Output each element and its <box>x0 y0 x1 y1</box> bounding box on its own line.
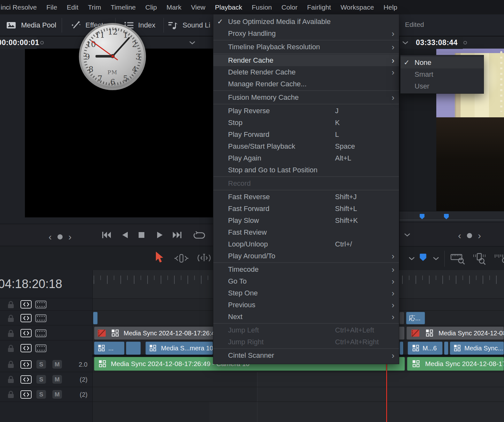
menubar-item-davinci-resolve[interactable]: inci Resolve <box>0 4 42 11</box>
menu-item-use-optimized-media[interactable]: ✓ Use Optimized Media if Available <box>213 16 399 27</box>
stop-button[interactable] <box>138 231 145 239</box>
viewer-scrub-bar[interactable] <box>399 211 504 222</box>
menubar-item-timeline[interactable]: Timeline <box>106 4 141 11</box>
auto-select-icon[interactable] <box>20 390 32 399</box>
menu-item-play-again[interactable]: Play Again Alt+L <box>213 152 399 164</box>
left-viewer-timecode[interactable]: 00:00:00:01 <box>0 36 37 49</box>
menu-item-proxy-handling[interactable]: Proxy Handling › <box>213 27 399 39</box>
menu-item-previous[interactable]: Previous › <box>213 299 399 311</box>
menubar-item-color[interactable]: Color <box>277 4 302 11</box>
selection-cursor-icon[interactable] <box>155 251 165 264</box>
menu-item-fast-forward[interactable]: Fast Forward Shift+L <box>213 203 399 215</box>
play-reverse-button[interactable] <box>121 231 128 239</box>
timeline-clip[interactable]: ... <box>94 341 125 355</box>
submenu-item-none[interactable]: ✓ None <box>401 57 484 68</box>
dynamic-trim-mode-icon[interactable] <box>196 252 212 264</box>
auto-select-icon[interactable] <box>20 314 32 322</box>
go-to-start-button[interactable] <box>102 231 111 239</box>
clip-fragment[interactable] <box>444 341 448 355</box>
submenu-item-smart[interactable]: Smart <box>401 68 484 80</box>
step-forward-icon[interactable]: › <box>478 231 481 240</box>
menu-item-go-to[interactable]: Go To › <box>213 275 399 287</box>
chevron-down-icon[interactable] <box>409 257 415 261</box>
mute-button[interactable]: M <box>52 360 62 369</box>
step-forward-icon[interactable]: › <box>68 232 72 242</box>
clip-fragment[interactable] <box>93 312 98 324</box>
sound-library-button[interactable]: Sound Li <box>164 14 214 36</box>
lock-icon[interactable] <box>7 344 15 353</box>
chevron-down-icon[interactable] <box>402 41 409 45</box>
menubar-item-fusion[interactable]: Fusion <box>247 4 277 11</box>
timeline-clip[interactable]: Media S...mera 10 <box>145 341 213 355</box>
timeline-clip[interactable]: Media Sync... C <box>450 341 504 355</box>
menubar-item-playback[interactable]: Playback <box>210 4 247 11</box>
submenu-item-user[interactable]: User <box>401 80 484 92</box>
chevron-down-icon[interactable] <box>433 257 439 261</box>
menubar-item-fairlight[interactable]: Fairlight <box>302 4 336 11</box>
menu-item-stop-and-go-to-last-position[interactable]: Stop and Go to Last Position <box>213 164 399 176</box>
menubar-item-mark[interactable]: Mark <box>162 4 186 11</box>
zoom-detail-icon[interactable] <box>472 252 488 265</box>
film-track-icon[interactable] <box>35 329 47 337</box>
zoom-full-extent-icon[interactable] <box>450 252 467 265</box>
timeline-audio-clip[interactable]: Media Sync 2024-12-08-17:2 <box>407 357 504 371</box>
menubar-item-view[interactable]: View <box>186 4 210 11</box>
menu-item-fusion-memory-cache[interactable]: Fusion Memory Cache › <box>213 91 399 103</box>
lock-icon[interactable] <box>7 375 15 384</box>
playhead[interactable] <box>386 363 387 422</box>
timeline-clip[interactable]: 応... <box>406 312 425 324</box>
lock-icon[interactable] <box>7 314 15 323</box>
menu-item-play-reverse[interactable]: Play Reverse J <box>213 105 399 117</box>
auto-select-icon[interactable] <box>20 360 32 369</box>
menubar-item-trim[interactable]: Trim <box>83 4 106 11</box>
menu-item-render-cache[interactable]: Render Cache › <box>213 54 399 66</box>
menu-item-manage-render-cache[interactable]: Manage Render Cache... <box>213 78 399 90</box>
menubar-item-file[interactable]: File <box>42 4 62 11</box>
menu-item-next[interactable]: Next › <box>213 311 399 323</box>
menubar-item-clip[interactable]: Clip <box>141 4 162 11</box>
film-track-icon[interactable] <box>35 344 47 352</box>
film-track-icon[interactable] <box>35 301 47 309</box>
zoom-custom-icon[interactable] <box>494 252 504 265</box>
timeline-clip[interactable]: M...6 <box>408 341 443 355</box>
lock-icon[interactable] <box>7 390 15 399</box>
mute-button[interactable]: M <box>52 390 62 399</box>
auto-select-icon[interactable] <box>20 300 32 309</box>
media-pool-button[interactable]: Media Pool <box>0 14 62 36</box>
right-viewer-timecode[interactable]: 03:33:08:44 <box>411 36 463 49</box>
menu-item-timeline-playback-resolution[interactable]: Timeline Playback Resolution › <box>213 41 399 53</box>
auto-select-icon[interactable] <box>20 329 32 337</box>
menubar-item-workspace[interactable]: Workspace <box>336 4 379 11</box>
loop-button[interactable] <box>193 231 205 240</box>
menu-item-cintel-scanner[interactable]: Cintel Scanner › <box>213 349 399 361</box>
menu-item-fast-review[interactable]: Fast Review <box>213 226 399 238</box>
marker-flag-icon[interactable] <box>419 253 427 262</box>
menu-item-stop[interactable]: Stop K <box>213 117 399 129</box>
clip-fragment[interactable] <box>399 312 404 324</box>
step-back-icon[interactable]: ‹ <box>458 231 461 240</box>
menu-item-loop-unloop[interactable]: Loop/Unloop Ctrl+/ <box>213 238 399 250</box>
timeline-clip[interactable] <box>126 341 141 355</box>
play-button[interactable] <box>157 231 164 239</box>
go-to-end-button[interactable] <box>172 231 182 239</box>
timeline-timecode[interactable]: 04:18:20:18 <box>0 277 62 291</box>
timeline-marker-icon[interactable] <box>419 214 425 220</box>
step-back-icon[interactable]: ‹ <box>49 232 52 242</box>
auto-select-icon[interactable] <box>20 375 32 384</box>
film-track-icon[interactable] <box>35 314 47 322</box>
menu-item-step-one[interactable]: Step One › <box>213 287 399 299</box>
menu-item-play-slow[interactable]: Play Slow Shift+K <box>213 215 399 226</box>
mute-button[interactable]: M <box>52 375 62 384</box>
lock-icon[interactable] <box>7 329 15 338</box>
solo-button[interactable]: S <box>36 375 46 384</box>
menu-item-delete-render-cache[interactable]: Delete Render Cache › <box>213 66 399 78</box>
menu-item-timecode[interactable]: Timecode › <box>213 263 399 275</box>
menu-item-play-forward[interactable]: Play Forward L <box>213 129 399 140</box>
solo-button[interactable]: S <box>36 360 46 369</box>
current-frame-icon[interactable] <box>57 234 63 239</box>
menu-item-pause-start-playback[interactable]: Pause/Start Playback Space <box>213 140 399 152</box>
clip-fragment[interactable] <box>400 341 403 355</box>
lock-icon[interactable] <box>7 301 15 309</box>
timeline-marker-icon[interactable] <box>444 214 449 220</box>
menu-item-play-around-to[interactable]: Play Around/To › <box>213 250 399 262</box>
